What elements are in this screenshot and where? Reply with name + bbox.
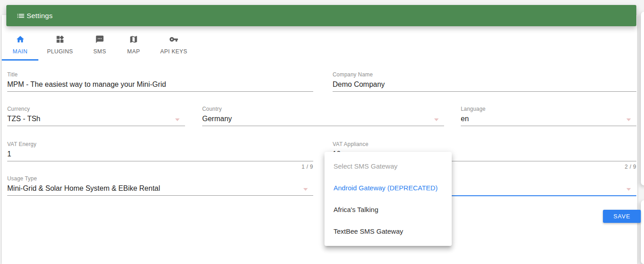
usage-type-underline: [7, 195, 313, 196]
tab-api-keys-label: API KEYS: [160, 48, 187, 55]
tab-map-label: MAP: [127, 48, 140, 55]
sms-icon: [95, 35, 104, 44]
title-underline: [7, 91, 313, 92]
vat-appliance-label: VAT Appliance: [333, 141, 368, 147]
usage-type-value: Mini-Grid & Solar Home System & EBike Re…: [7, 184, 160, 193]
language-underline: [461, 126, 636, 126]
widgets-icon: [56, 35, 65, 44]
settings-toolbar: Settings: [6, 5, 636, 26]
list-icon: [16, 11, 25, 20]
sms-gateway-dropdown-menu: Select SMS Gateway Android Gateway (DEPR…: [324, 152, 452, 246]
currency-select[interactable]: Currency TZS - TSh: [7, 106, 185, 126]
country-select[interactable]: Country Germany: [202, 106, 444, 126]
country-value: Germany: [202, 115, 232, 123]
vat-appliance-counter: 2 / 9: [625, 164, 636, 170]
menu-item-placeholder: Select SMS Gateway: [324, 156, 452, 177]
tab-main-label: MAIN: [13, 48, 28, 55]
company-name-field[interactable]: Company Name Demo Company: [333, 71, 636, 92]
title-value: MPM - The easiest way to manage your Min…: [7, 80, 166, 89]
tab-sms[interactable]: SMS: [82, 29, 118, 61]
language-value: en: [461, 115, 469, 123]
currency-label: Currency: [7, 106, 30, 112]
chevron-down-icon: [175, 118, 180, 121]
map-icon: [129, 35, 138, 44]
active-tab-indicator: [2, 59, 38, 61]
company-name-label: Company Name: [333, 71, 373, 78]
currency-underline: [7, 126, 185, 126]
right-edge-panel-top: [641, 12, 644, 185]
menu-item-textbee[interactable]: TextBee SMS Gateway: [324, 221, 452, 242]
save-button[interactable]: SAVE: [603, 210, 641, 223]
vat-energy-label: VAT Energy: [7, 141, 37, 147]
home-icon: [16, 35, 25, 44]
chevron-down-icon: [434, 118, 439, 121]
chevron-down-icon: [303, 188, 308, 191]
vat-energy-value: 1: [7, 150, 11, 158]
tab-plugins-label: PLUGINS: [47, 48, 73, 55]
menu-item-android-gateway[interactable]: Android Gateway (DEPRECATED): [324, 177, 452, 199]
menu-item-africas-talking[interactable]: Africa's Talking: [324, 199, 452, 221]
tab-sms-label: SMS: [93, 48, 106, 55]
language-label: Language: [461, 106, 486, 112]
language-select[interactable]: Language en: [461, 106, 636, 126]
usage-type-select[interactable]: Usage Type Mini-Grid & Solar Home System…: [7, 175, 313, 196]
tab-map[interactable]: MAP: [118, 29, 149, 61]
vat-energy-counter: 1 / 9: [301, 164, 313, 170]
title-field[interactable]: Title MPM - The easiest way to manage yo…: [7, 71, 313, 92]
vat-energy-field[interactable]: VAT Energy 1 1 / 9: [7, 141, 313, 161]
right-edge-panel-bottom: [641, 200, 644, 264]
tab-plugins[interactable]: PLUGINS: [38, 29, 82, 61]
company-name-underline: [333, 91, 636, 92]
key-icon: [169, 35, 178, 44]
currency-value: TZS - TSh: [7, 115, 41, 123]
title-label: Title: [7, 71, 18, 78]
company-name-value: Demo Company: [333, 80, 385, 89]
chevron-down-icon: [626, 188, 631, 191]
tab-main[interactable]: MAIN: [2, 29, 38, 61]
country-underline: [202, 126, 444, 126]
page-title: Settings: [27, 12, 53, 20]
tab-api-keys[interactable]: API KEYS: [149, 29, 198, 61]
vat-energy-underline: [7, 161, 313, 161]
settings-tab-bar: MAIN PLUGINS SMS MAP API KEYS: [2, 29, 198, 61]
chevron-down-icon: [626, 118, 631, 121]
country-label: Country: [202, 106, 222, 112]
usage-type-label: Usage Type: [7, 175, 37, 182]
settings-page: Settings MAIN PLUGINS SMS MAP API KEYS T…: [0, 0, 644, 264]
